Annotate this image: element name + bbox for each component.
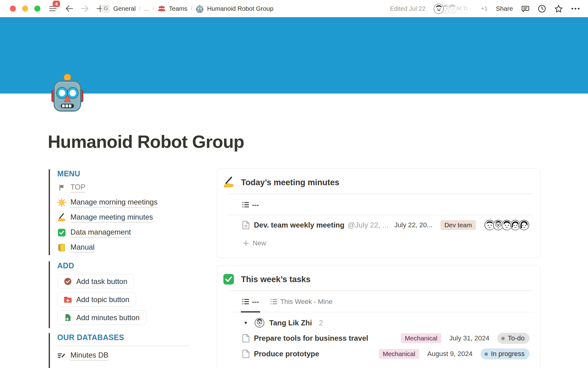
- plus-icon: [243, 240, 249, 246]
- meeting-date-mention: @July 22, ...: [348, 221, 389, 229]
- add-task-button[interactable]: Add task button: [57, 274, 134, 289]
- more-members-count[interactable]: +1: [481, 5, 488, 12]
- flag-icon: [57, 183, 66, 192]
- add-topic-button[interactable]: Add topic button: [57, 292, 136, 307]
- task-due-date: August 9, 2024: [427, 350, 473, 358]
- breadcrumb-ellipsis[interactable]: ...: [144, 5, 149, 12]
- folder-plus-icon: [64, 296, 72, 303]
- more-options-icon[interactable]: •••: [571, 5, 581, 12]
- view-tab-default[interactable]: ---: [242, 298, 259, 312]
- breadcrumb-general[interactable]: General: [113, 5, 136, 12]
- close-window-button[interactable]: [10, 6, 16, 12]
- zoom-window-button[interactable]: [34, 6, 40, 12]
- databases-heading: OUR DATABASES: [57, 333, 194, 342]
- meeting-row[interactable]: Dev. team weekly meeting @July 22, ... J…: [217, 215, 540, 235]
- robot-emoji-icon: [196, 4, 204, 13]
- update-count-badge: 4: [53, 1, 60, 7]
- breadcrumb-separator: /: [153, 5, 154, 12]
- task-title[interactable]: Produce prototype: [254, 350, 319, 358]
- file-plus-icon: [64, 314, 72, 321]
- titlebar-actions: Edited Jul 22: [390, 0, 581, 17]
- meeting-title[interactable]: Dev. team weekly meeting: [254, 221, 345, 229]
- share-button[interactable]: Share: [496, 5, 513, 12]
- breadcrumb-teams[interactable]: Teams: [169, 5, 187, 12]
- document-icon: [242, 350, 250, 358]
- task-check-icon: [64, 278, 72, 285]
- meeting-date: July 22, 20...: [394, 221, 432, 229]
- tasks-card-title: This week’s tasks: [241, 275, 311, 284]
- status-label: To-do: [508, 334, 525, 342]
- task-due-date: July 31, 2024: [449, 334, 489, 342]
- status-dot: [484, 352, 488, 356]
- add-minutes-label: Add minutes button: [76, 313, 140, 322]
- breadcrumb-separator: /: [139, 5, 141, 12]
- new-label: New: [253, 239, 266, 247]
- menu-list: TOP Manage morning meetings Manage meeti…: [57, 180, 194, 255]
- add-task-label: Add task button: [76, 277, 127, 286]
- task-row[interactable]: Produce prototype Mechanical August 9, 2…: [217, 346, 540, 362]
- tasks-view-tabs: --- This Week - Mine: [229, 291, 533, 312]
- document-icon: [242, 221, 250, 229]
- team-tag: Dev team: [440, 220, 476, 230]
- new-meeting-button[interactable]: New: [217, 235, 540, 247]
- minimize-window-button[interactable]: [22, 6, 28, 12]
- task-row[interactable]: Prepare tools for business travel Mechan…: [217, 331, 540, 346]
- task-title[interactable]: Prepare tools for business travel: [254, 334, 368, 343]
- add-heading: ADD: [57, 261, 194, 270]
- page-title: Humanoid Robot Group: [48, 131, 244, 152]
- status-badge: To-do: [497, 333, 530, 344]
- avatar: [434, 4, 444, 14]
- divider: [57, 346, 190, 346]
- menu-link-manual[interactable]: Manual: [57, 240, 194, 255]
- history-clock-icon[interactable]: [538, 5, 546, 13]
- breadcrumb-page[interactable]: Humanoid Robot Group: [207, 5, 273, 12]
- breadcrumb: G General / ... / Teams /: [102, 0, 273, 17]
- weekly-tasks-card: This week’s tasks --- This Week - Mine ▼…: [217, 265, 541, 368]
- avatar: [518, 219, 530, 231]
- teams-icon: [158, 5, 166, 12]
- menu-section: MENU TOP Manage morning meetings Manage …: [49, 169, 194, 255]
- window-titlebar: 4 G General / ... /: [0, 0, 588, 17]
- list-pencil-icon: [57, 351, 66, 360]
- databases-section: OUR DATABASES Minutes DB: [49, 333, 194, 368]
- category-tag: Mechanical: [401, 333, 441, 343]
- edited-timestamp[interactable]: Edited Jul 22: [390, 5, 426, 12]
- menu-link-meeting-minutes[interactable]: Manage meeting minutes: [57, 210, 194, 225]
- forward-icon[interactable]: [81, 5, 89, 12]
- sidebar-toggle-icon[interactable]: 4: [49, 5, 58, 12]
- add-button-list: Add task button Add topic button Add min…: [57, 274, 194, 325]
- avatar-letter-d: D: [461, 4, 471, 14]
- favorite-star-icon[interactable]: [554, 5, 563, 13]
- collapse-caret-icon[interactable]: ▼: [243, 320, 250, 325]
- status-badge: In progress: [481, 348, 530, 359]
- assignee-group-row: ▼ Tang Lik Zhi 2: [217, 312, 540, 331]
- add-topic-label: Add topic button: [76, 295, 129, 304]
- minutes-view-tabs: ---: [229, 194, 533, 215]
- check-mark-icon: [223, 274, 235, 285]
- menu-link-morning-meetings[interactable]: Manage morning meetings: [57, 195, 194, 210]
- page-cover[interactable]: [0, 17, 588, 94]
- breadcrumb-separator: /: [191, 5, 192, 12]
- add-minutes-button[interactable]: Add minutes button: [57, 310, 146, 325]
- menu-link-data-management[interactable]: Data management: [57, 225, 194, 240]
- meeting-minutes-card: Today’s meeting minutes --- Dev. team we…: [217, 168, 541, 258]
- teamspace-badge[interactable]: G: [102, 5, 110, 13]
- tasks-card-header: This week’s tasks: [217, 266, 540, 285]
- menu-link-minutes-db[interactable]: Minutes DB: [57, 349, 194, 362]
- view-tab-default[interactable]: ---: [242, 201, 259, 215]
- assignee-name[interactable]: Tang Lik Zhi: [269, 319, 312, 327]
- status-label: In progress: [491, 350, 525, 358]
- comments-icon[interactable]: [521, 5, 530, 13]
- add-section: ADD Add task button Add topic button Add…: [49, 261, 194, 328]
- back-icon[interactable]: [65, 5, 73, 12]
- menu-link-top[interactable]: TOP: [57, 180, 194, 195]
- sun-icon: [57, 198, 66, 207]
- view-tab-this-week-mine[interactable]: This Week - Mine: [270, 298, 333, 312]
- writing-hand-icon: [57, 213, 66, 222]
- menu-heading: MENU: [57, 169, 194, 178]
- attendee-avatars: [484, 219, 530, 231]
- check-mark-icon: [57, 228, 66, 237]
- member-avatars[interactable]: M D: [434, 4, 471, 14]
- nav-controls: 4: [49, 0, 104, 17]
- page-icon-robot[interactable]: [51, 74, 83, 112]
